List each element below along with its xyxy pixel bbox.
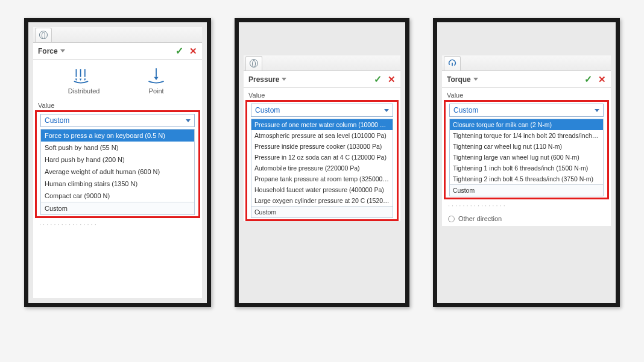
radio-icon — [448, 216, 455, 222]
confirm-icon[interactable]: ✓ — [374, 73, 382, 85]
value-label: Value — [33, 98, 202, 110]
chevron-down-icon — [384, 109, 389, 112]
option-item[interactable]: Pressure in 12 oz soda can at 4 C (12000… — [251, 152, 393, 163]
svg-rect-0 — [452, 63, 453, 66]
chevron-down-icon[interactable] — [60, 49, 65, 52]
option-item[interactable]: Household faucet water pressure (400000 … — [251, 184, 393, 195]
value-dropdown[interactable]: Custom — [449, 104, 604, 117]
dropdown-selected: Custom — [255, 106, 280, 114]
option-item[interactable]: Pressure inside pressure cooker (103000 … — [251, 141, 393, 152]
option-list: Closure torque for milk can (2 N-m) Tigh… — [449, 119, 604, 196]
title-bar: Torque ✓ ✕ — [442, 71, 611, 88]
highlight-box-torque: Custom Closure torque for milk can (2 N-… — [444, 100, 609, 199]
value-label: Value — [244, 88, 400, 100]
option-list: Pressure of one meter water column (1000… — [251, 119, 393, 218]
confirm-icon[interactable]: ✓ — [175, 45, 183, 57]
option-item[interactable]: Propane tank pressure at room temp (3250… — [251, 173, 393, 184]
option-item[interactable]: Human climbing stairs (1350 N) — [41, 178, 194, 190]
option-item-custom[interactable]: Custom — [41, 202, 194, 214]
option-item[interactable]: Atmospheric pressure at sea level (10100… — [251, 130, 393, 141]
distributed-option[interactable]: Distributed — [68, 67, 100, 95]
highlight-box-force: Custom Force to press a key on keyboard … — [35, 110, 200, 218]
option-item[interactable]: Soft push by hand (55 N) — [41, 142, 194, 154]
option-item-custom[interactable]: Custom — [450, 184, 603, 196]
other-direction-label: Other direction — [458, 215, 502, 222]
tab-strip — [33, 27, 202, 43]
pressure-panel-frame: Pressure ✓ ✕ Value Custom Pressure of on… — [235, 18, 409, 307]
title-bar: Pressure ✓ ✕ — [244, 71, 400, 88]
distributed-icon — [73, 67, 95, 84]
option-item[interactable]: Hard push by hand (200 N) — [41, 154, 194, 166]
option-list: Force to press a key on keyboard (0.5 N)… — [40, 129, 195, 215]
option-item[interactable]: Tightening large van wheel lug nut (600 … — [450, 152, 603, 163]
tab-globe[interactable] — [245, 56, 262, 70]
obscured-row: · · · · · · · · · · · · · · · · — [442, 199, 611, 211]
value-dropdown[interactable]: Custom — [251, 104, 393, 117]
panel-title: Pressure — [248, 75, 279, 84]
chevron-down-icon[interactable] — [282, 78, 286, 81]
cancel-icon[interactable]: ✕ — [388, 74, 396, 85]
option-item[interactable]: Closure torque for milk can (2 N-m) — [450, 119, 603, 130]
force-panel: Force ✓ ✕ Distributed — [33, 27, 202, 298]
option-item-custom[interactable]: Custom — [251, 206, 393, 217]
option-item[interactable]: Force to press a key on keyboard (0.5 N) — [41, 130, 194, 142]
torque-panel: Torque ✓ ✕ Value Custom Closure torque f… — [442, 55, 611, 226]
tab-globe[interactable] — [35, 28, 52, 42]
chevron-down-icon — [595, 109, 599, 112]
value-label: Value — [442, 88, 611, 100]
other-direction-radio[interactable]: Other direction — [442, 211, 611, 226]
distributed-label: Distributed — [68, 87, 100, 95]
option-item[interactable]: Average weight of adult human (600 N) — [41, 166, 194, 178]
panel-title: Force — [38, 47, 58, 55]
title-bar: Force ✓ ✕ — [33, 43, 202, 60]
dropdown-selected: Custom — [45, 116, 69, 125]
tab-strip — [442, 55, 611, 71]
option-item[interactable]: Large oxygen cylinder pressure at 20 C (… — [251, 195, 393, 206]
torque-icon — [448, 59, 456, 67]
option-item[interactable]: Tightening 1 inch bolt 6 threads/inch (1… — [450, 163, 603, 173]
chevron-down-icon[interactable] — [473, 78, 478, 81]
option-item[interactable]: Tightening torque for 1/4 inch bolt 20 t… — [450, 130, 603, 141]
tab-torque[interactable] — [444, 56, 461, 70]
torque-panel-frame: Torque ✓ ✕ Value Custom Closure torque f… — [433, 18, 620, 307]
cancel-icon[interactable]: ✕ — [189, 46, 197, 57]
globe-icon — [39, 31, 48, 39]
panel-title: Torque — [447, 75, 471, 84]
cancel-icon[interactable]: ✕ — [598, 74, 606, 85]
force-panel-frame: Force ✓ ✕ Distributed — [24, 18, 211, 307]
tab-strip — [244, 55, 400, 71]
confirm-icon[interactable]: ✓ — [584, 73, 592, 85]
globe-icon — [250, 59, 258, 67]
option-item[interactable]: Automobile tire pressure (220000 Pa) — [251, 163, 393, 173]
chevron-down-icon — [186, 119, 191, 122]
point-icon — [145, 67, 167, 84]
dropdown-selected: Custom — [453, 106, 478, 114]
pressure-panel: Pressure ✓ ✕ Value Custom Pressure of on… — [244, 55, 400, 221]
force-type-row: Distributed Point — [33, 60, 202, 98]
point-option[interactable]: Point — [145, 67, 167, 95]
option-item[interactable]: Tightening car wheel lug nut (110 N-m) — [450, 141, 603, 152]
option-item[interactable]: Tightening 2 inch bolt 4.5 threads/inch … — [450, 173, 603, 184]
option-item[interactable]: Compact car (9000 N) — [41, 190, 194, 202]
option-item[interactable]: Pressure of one meter water column (1000… — [251, 119, 393, 130]
point-label: Point — [145, 87, 167, 95]
highlight-box-pressure: Custom Pressure of one meter water colum… — [245, 100, 399, 221]
obscured-row: · · · · · · · · · · · · · · · · — [33, 218, 202, 230]
value-dropdown[interactable]: Custom — [40, 114, 195, 127]
